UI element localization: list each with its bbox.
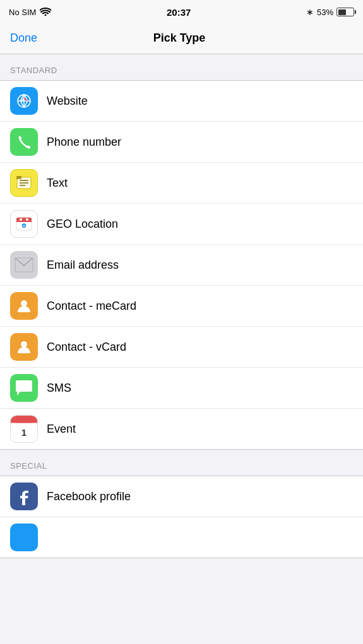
sms-label: SMS [47, 382, 71, 395]
special-list: Facebook profile [0, 476, 363, 558]
svg-point-18 [21, 300, 27, 307]
status-bar: No SIM 20:37 ∗ 53% [0, 0, 363, 23]
section-header-standard: STANDARD [0, 54, 363, 80]
list-item-geo[interactable]: GEO Location [0, 204, 363, 245]
website-label: Website [47, 95, 88, 108]
contact-v-icon [10, 333, 38, 361]
list-item-phone[interactable]: Phone number [0, 122, 363, 163]
navigation-bar: Done Pick Type [0, 23, 363, 54]
list-item-text[interactable]: Text [0, 163, 363, 204]
phone-icon [10, 128, 38, 156]
list-item-event[interactable]: 1 Event [0, 409, 363, 449]
bluetooth-icon: ∗ [306, 7, 314, 17]
list-item-contact-v[interactable]: Contact - vCard [0, 327, 363, 368]
svg-point-13 [20, 219, 22, 221]
svg-point-19 [21, 341, 27, 348]
page-title: Pick Type [153, 32, 206, 45]
text-label: Text [47, 177, 68, 190]
email-label: Email address [47, 259, 119, 272]
geo-label: GEO Location [47, 218, 118, 231]
facebook-label: Facebook profile [47, 490, 131, 503]
wifi-icon [40, 7, 51, 18]
text-icon [10, 169, 38, 197]
status-time: 20:37 [167, 7, 191, 18]
status-right: ∗ 53% [306, 7, 354, 17]
contact-v-label: Contact - vCard [47, 341, 126, 354]
section-header-special: SPECIAL [0, 450, 363, 476]
battery-percent: 53% [317, 8, 333, 17]
list-item-email[interactable]: Email address [0, 245, 363, 286]
svg-point-14 [27, 219, 28, 221]
facebook-icon [10, 483, 38, 510]
status-left: No SIM [9, 7, 51, 18]
contact-me-label: Contact - meCard [47, 300, 136, 313]
svg-text:1: 1 [21, 427, 27, 438]
list-item-contact-me[interactable]: Contact - meCard [0, 286, 363, 327]
list-item-facebook[interactable]: Facebook profile [0, 476, 363, 517]
phone-label: Phone number [47, 136, 121, 149]
svg-rect-23 [11, 419, 37, 423]
carrier-label: No SIM [9, 8, 36, 17]
standard-list: Website Phone number Text [0, 80, 363, 450]
svg-rect-12 [16, 221, 32, 222]
event-icon: 1 [10, 415, 38, 443]
sms-icon [10, 374, 38, 402]
svg-rect-9 [16, 176, 21, 179]
svg-point-16 [23, 225, 25, 226]
website-icon [10, 87, 38, 115]
contact-me-icon [10, 292, 38, 320]
list-item-website[interactable]: Website [0, 81, 363, 122]
list-item-partial[interactable] [0, 517, 363, 558]
list-item-sms[interactable]: SMS [0, 368, 363, 409]
done-button[interactable]: Done [10, 32, 37, 45]
geo-icon [10, 210, 38, 238]
battery-icon [336, 8, 354, 16]
event-label: Event [47, 423, 76, 436]
email-icon [10, 251, 38, 279]
